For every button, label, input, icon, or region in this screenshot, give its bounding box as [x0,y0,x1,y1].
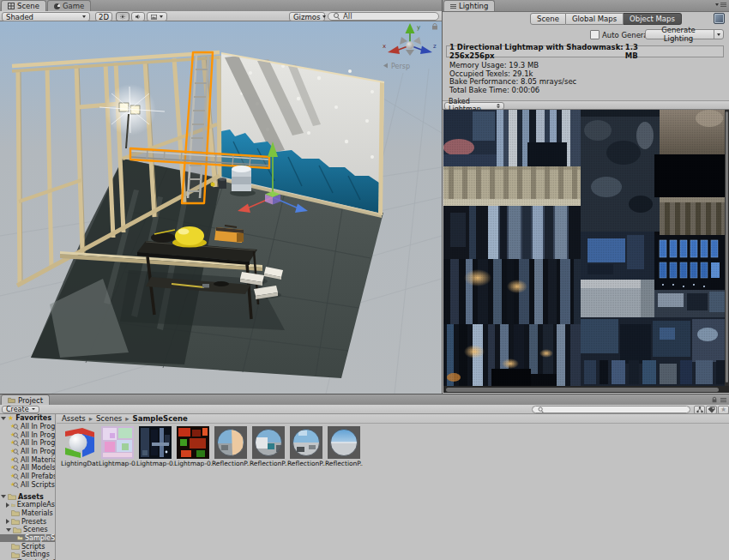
search-by-type-button[interactable] [694,406,705,414]
pane-menu-icon[interactable] [720,3,726,7]
tree-folder-presets[interactable]: Presets [0,517,55,526]
project-tree: ★ Favorites ★All In Progr ★All In Progr … [0,414,56,560]
favorite-search-item[interactable]: ★All Models [0,464,55,473]
project-pane: Project Create ★ [0,394,729,560]
asset-reflectionprobe-2[interactable]: ReflectionP... [287,426,325,467]
lighting-mode-tabs: Scene Global Maps Object Maps [530,13,682,25]
pane-menu-icon[interactable] [720,398,726,402]
favorite-search-button[interactable]: ★ [718,406,729,414]
asset-reflectionprobe-3[interactable]: ReflectionP... [325,426,363,467]
auto-generate-checkbox[interactable] [590,30,599,39]
asset-reflectionprobe-0[interactable]: ReflectionP... [212,426,250,467]
collapse-arrow-icon[interactable] [1,495,6,498]
speaker-icon [136,13,141,21]
stat-bake-time: Total Bake Time: 0:00:06 [449,87,576,95]
scene-effects-dropdown[interactable] [147,12,167,21]
gizmos-dropdown[interactable]: Gizmos [289,12,325,21]
preview-vertical-scrollbar[interactable] [725,110,729,386]
favorite-search-item[interactable]: ★All Materials [0,455,55,464]
project-search-field[interactable] [532,406,690,413]
breadcrumb-samplescene[interactable]: SampleScene [133,414,188,423]
baked-lightmap-preview[interactable] [443,110,725,386]
baked-lightmap-dropdown[interactable]: Baked Lightmap [444,102,504,110]
folder-icon [13,527,21,533]
tab-scene[interactable]: Scene [1,0,46,11]
project-search-input[interactable] [547,406,684,413]
chevron-down-icon [160,15,163,18]
scene-lighting-toggle[interactable] [116,12,130,21]
breadcrumb-scenes[interactable]: Scenes [96,414,122,423]
asset-lightingdata[interactable]: LightingData [61,426,99,467]
reflectionprobe-thumbnail [328,426,360,459]
generate-lighting-dropdown[interactable] [714,30,723,39]
tab-lighting[interactable]: Lighting [443,0,495,11]
tab-game-label: Game [63,2,84,10]
saved-search-icon: ★ [10,431,19,439]
search-by-label-button[interactable] [706,406,717,414]
asset-label: ReflectionP... [212,460,250,467]
search-icon [334,13,340,20]
shading-mode-dropdown[interactable]: Shaded [2,12,90,21]
expand-arrow-icon[interactable] [6,519,9,524]
create-label: Create [6,406,29,413]
pane-options-caret[interactable] [715,3,719,6]
persp-label[interactable]: Persp [391,63,410,70]
toggle-2d-button[interactable]: 2D [95,12,112,21]
asset-reflectionprobe-1[interactable]: ReflectionP... [250,426,287,467]
favorite-search-item[interactable]: ★All In Progr [0,439,55,448]
generate-row: Auto Generate Generate Lighting [443,29,729,40]
scene-tab-icon [8,3,15,9]
lighting-tab-icon [450,4,456,9]
saved-search-icon: ★ [10,439,19,447]
favorites-header[interactable]: ★ Favorites [0,414,55,423]
lightmap-thumbnail-dark [139,426,172,459]
asset-lightmap-2[interactable]: Lightmap-0... [174,426,212,467]
favorite-search-item[interactable]: ★All Scripts [0,481,55,490]
favorite-search-item[interactable]: ★All In Progr [0,448,55,456]
tab-project-label: Project [18,396,43,405]
project-toolbar: Create ★ [0,405,729,414]
create-dropdown[interactable]: Create [2,406,39,413]
tree-folder-samplescene[interactable]: SampleS [0,534,55,543]
unity-editor-window: Scene Game Shaded 2D [0,0,729,560]
tab-object-maps[interactable]: Object Maps [624,13,682,25]
tree-folder-materials[interactable]: Materials [0,509,55,518]
tree-folder-settings[interactable]: Settings [0,551,55,559]
tree-folder-exampleassets[interactable]: ExampleAs [0,501,55,509]
scene-3d-viewport[interactable]: y x z Persp [0,21,442,394]
folder-icon [11,551,20,558]
scene-pane: Scene Game Shaded 2D [0,0,442,394]
lightmap-summary-size: 1.3 MB [625,43,648,60]
preview-horizontal-scrollbar[interactable] [443,386,729,393]
collapse-arrow-icon[interactable] [6,528,11,532]
generate-lighting-button[interactable]: Generate Lighting [645,29,724,39]
assets-root[interactable]: Assets [0,492,55,501]
saved-search-icon: ★ [10,456,19,464]
asset-lightmap-1[interactable]: Lightmap-0... [136,426,174,467]
tab-game[interactable]: Game [47,0,91,11]
tab-project[interactable]: Project [1,394,50,405]
scene-audio-toggle[interactable] [131,12,145,21]
asset-lightmap-0[interactable]: Lightmap-0... [99,426,136,467]
tree-folder-scenes[interactable]: Scenes [0,526,55,534]
lighting-settings-icon[interactable] [714,13,725,24]
project-tab-icon [8,397,15,403]
favorite-search-item[interactable]: ★All In Progr [0,431,55,439]
favorite-search-item[interactable]: ★All Prefabs [0,473,55,481]
chevron-down-icon [82,15,86,18]
scene-search-input[interactable] [343,13,433,21]
saved-search-icon: ★ [10,448,19,455]
collapse-arrow-icon[interactable] [1,417,6,420]
tab-global-maps[interactable]: Global Maps [566,13,624,25]
breadcrumb-assets[interactable]: Assets [62,414,86,423]
tab-lighting-scene[interactable]: Scene [530,13,566,25]
lightmap-thumbnail-pink [101,426,134,459]
tree-folder-scripts[interactable]: Scripts [0,542,55,551]
scene-search-field[interactable] [328,12,439,21]
chevron-down-icon [322,15,326,18]
expand-arrow-icon[interactable] [6,503,9,508]
search-icon [539,406,545,412]
asset-label: Lightmap-0... [99,460,136,467]
lock-icon[interactable] [711,396,718,403]
favorite-search-item[interactable]: ★All In Progr [0,423,55,431]
